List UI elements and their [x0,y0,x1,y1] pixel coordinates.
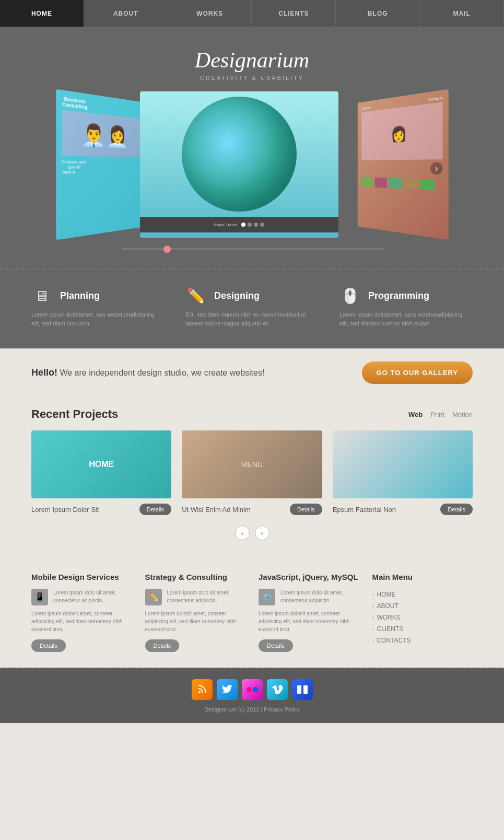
slide-right-label2: Contacts [427,96,442,102]
slider-indicator [163,246,171,253]
pagination: ‹ › [31,526,473,540]
footer-menu-about[interactable]: ABOUT [372,600,473,612]
slide-right: Clients Contacts 👩 › [357,89,448,240]
feature-planning-header: 🖥 Planning [31,285,165,306]
nav-blog[interactable]: BLOG [336,0,420,27]
prev-page-arrow[interactable]: ‹ [235,526,250,540]
right-icon-5 [419,179,435,190]
svg-point-1 [247,687,252,692]
feature-designing-header: ✏️ Designing [185,285,319,306]
footer-mobile-title: Mobile Design Services [31,572,132,582]
delicious-icon[interactable] [292,679,313,700]
slide-right-icons [361,177,442,191]
footer-col-mobile: Mobile Design Services 📱 Lorem ipsum dol… [31,572,132,652]
hero-section: Designarium CREATIVITY & USABILITY Busin… [0,27,504,269]
project-footer-2: Ut Wisi Enim Ad Minim Details [182,504,322,515]
filter-buttons: Web Print Motion [408,411,473,418]
footer-javascript-desc: Lorem ipsum dolosit amet, conseer adipis… [259,610,359,633]
bottom-nav: Designarium (c) 2012 | Privacy Policy [0,668,504,723]
filter-motion[interactable]: Motion [452,411,473,418]
footer-javascript-icon-row: ⚙️ Lorem ipsum dolo sit amet, consectetu… [259,589,359,605]
project-name-2: Ut Wisi Enim Ad Minim [182,506,250,514]
project-thumb-label-1: HOME [89,460,114,469]
project-thumb-label-2: MENU [241,460,263,469]
nav-about[interactable]: ABOUT [84,0,168,27]
slide-center: Royal Travel [140,91,338,238]
project-card-2: MENU Ut Wisi Enim Ad Minim Details [182,430,322,515]
footer-menu-contacts[interactable]: CONTACTS [372,635,473,646]
nav-works[interactable]: WORKS [168,0,252,27]
hello-bar: Hello! We are independent design studio,… [0,348,504,397]
svg-rect-3 [297,685,301,690]
javascript-icon: ⚙️ [259,589,275,605]
footer-menu-clients[interactable]: CLIENTS [372,623,473,635]
right-icon-1 [361,177,373,188]
feature-programming-text: Lorem ipsum dolrstamet, cans ectetueadlp… [339,310,473,328]
slide-left: BusinessConsulting 👨‍💼👩‍💼 Finance andgra… [56,89,147,240]
feature-programming-header: 🖱️ Programming [339,285,473,306]
project-footer-1: Lorem Ipsum Dolor Sit Details [31,504,171,515]
next-page-arrow[interactable]: › [255,526,269,540]
footer-javascript-title: JavaScript, jQuery, MySQL [259,572,359,582]
footer-menu-home[interactable]: HOME [372,589,473,600]
footer-javascript-short: Lorem ipsum dolo sit amet, consectetur a… [280,589,359,604]
filter-print[interactable]: Print [430,411,444,418]
footer-javascript-btn[interactable]: Details [259,639,293,652]
project-thumb-2: MENU [182,430,322,498]
slider-bar[interactable] [122,248,383,250]
footer-sections: Mobile Design Services 📱 Lorem ipsum dol… [0,556,504,668]
nav-home[interactable]: HOME [0,0,84,27]
feature-designing-text: Elit, sed dlam nqnum nibh eu ismod tinci… [185,310,319,328]
vimeo-icon[interactable] [267,679,288,700]
planning-icon: 🖥 [31,285,52,306]
slide-bottom-bar: Royal Travel [140,217,338,232]
flickr-icon[interactable] [242,679,263,700]
footer-col-menu: Main Menu HOME ABOUT WORKS CLIENTS CONTA… [372,572,473,652]
feature-designing: ✏️ Designing Elit, sed dlam nqnum nibh e… [185,285,319,328]
feature-planning-text: Lorem ipsum dolrstamet, con sectetueadlp… [31,310,165,328]
gallery-button[interactable]: GO TO OUR GALLERY [362,361,473,384]
slide-dots [241,223,264,227]
feature-planning-title: Planning [60,290,100,301]
recent-title: Recent Projects [31,407,118,421]
twitter-icon[interactable] [217,679,238,700]
feature-programming: 🖱️ Programming Lorem ipsum dolrstamet, c… [339,285,473,328]
hello-body: We are independent design studio, we cre… [57,368,264,377]
slide-dot-1[interactable] [241,223,245,227]
svg-rect-5 [297,690,301,694]
footer-strategy-btn[interactable]: Details [145,639,180,652]
right-icon-4 [404,178,418,190]
slide-dot-2[interactable] [248,223,252,227]
footer-strategy-title: Strategy & Consulting [145,572,246,582]
svg-point-0 [198,691,201,693]
footer-menu-title: Main Menu [372,572,473,582]
feature-programming-title: Programming [368,290,429,301]
footer-menu-works[interactable]: WORKS [372,612,473,623]
filter-web[interactable]: Web [408,411,423,418]
nav-clients[interactable]: CLIENTS [252,0,336,27]
hero-subtitle: CREATIVITY & USABILITY [0,75,504,81]
rss-icon[interactable] [192,679,213,700]
recent-projects-section: Recent Projects Web Print Motion HOME Lo… [0,397,504,556]
slide-dot-4[interactable] [260,223,264,227]
slide-left-text2: Start a [62,170,75,175]
project-details-btn-3[interactable]: Details [440,504,473,515]
svg-rect-6 [303,690,308,694]
slide-right-arrow[interactable]: › [430,162,442,175]
mobile-icon: 📱 [31,589,48,605]
slide-left-text1: Finance andgrants [62,159,86,170]
slide-right-image: 👩 [361,102,442,160]
footer-strategy-icon-row: ✏️ Lorem ipsum dolo sit amet, consectetu… [145,589,246,605]
project-name-3: Epsum Factorial Non [333,506,396,514]
footer-mobile-btn[interactable]: Details [31,639,66,652]
slide-dot-3[interactable] [254,223,258,227]
right-icon-2 [374,178,386,188]
project-details-btn-2[interactable]: Details [290,504,322,515]
nav-mail[interactable]: MAIL [420,0,504,27]
feature-planning: 🖥 Planning Lorem ipsum dolrstamet, con s… [31,285,165,328]
project-details-btn-1[interactable]: Details [139,504,172,515]
project-thumb-1: HOME [31,430,171,498]
slide-right-label1: Clients [361,106,370,111]
slide-left-title: BusinessConsulting [62,96,87,110]
designing-icon: ✏️ [185,285,206,306]
